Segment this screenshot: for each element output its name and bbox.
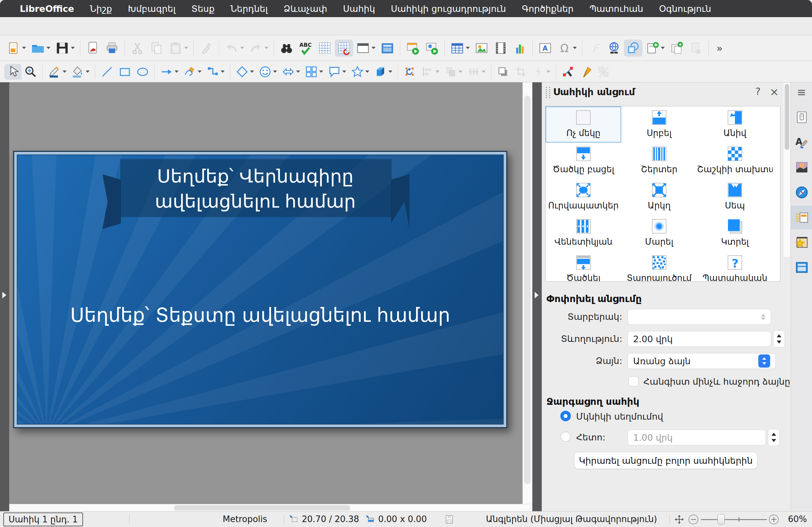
open-folder-button[interactable] <box>29 40 53 57</box>
dropdown-arrow-icon[interactable] <box>661 47 665 49</box>
block-arrows-button[interactable] <box>280 64 302 80</box>
lines-arrows-button[interactable] <box>158 64 180 80</box>
transition-cut-button[interactable]: Կտրել <box>697 215 773 251</box>
menu-edit[interactable]: Խմբագրել <box>120 4 184 14</box>
line-color-button[interactable] <box>46 64 69 80</box>
navigator-tab-button[interactable] <box>791 180 812 204</box>
transition-uncover-button[interactable]: Ծածկը բացել <box>546 143 621 179</box>
draw-functions-button[interactable] <box>624 40 642 57</box>
transition-wipe-button[interactable]: Սրբել <box>621 106 697 143</box>
sidebar-menu-icon[interactable] <box>796 88 807 98</box>
dropdown-arrow-icon[interactable] <box>547 71 550 73</box>
special-character-button[interactable]: Ω <box>555 40 579 57</box>
insert-line-button[interactable] <box>99 64 116 80</box>
insert-textbox-button[interactable]: A <box>536 40 554 57</box>
display-views-button[interactable] <box>354 40 377 57</box>
sidebar-splitter[interactable] <box>532 82 541 511</box>
menu-view[interactable]: Տեսք <box>184 4 222 14</box>
menu-app[interactable]: LibreOffice <box>12 4 82 14</box>
transition-bars-button[interactable]: Շերտեր <box>621 143 697 179</box>
toggle-extrusion-button[interactable] <box>595 64 612 80</box>
copy-button[interactable] <box>147 40 166 57</box>
basic-shapes-button[interactable] <box>234 64 256 80</box>
crop-image-button[interactable] <box>512 64 530 80</box>
shadow-button[interactable] <box>494 64 511 80</box>
master-slides-tab-button[interactable] <box>791 255 812 279</box>
panel-drag-handle-icon[interactable] <box>546 87 550 98</box>
dropdown-arrow-icon[interactable] <box>459 71 463 73</box>
snap-to-grid-button[interactable] <box>335 40 353 57</box>
flowchart-shapes-button[interactable] <box>303 64 325 80</box>
dropdown-arrow-icon[interactable] <box>250 71 254 73</box>
apply-to-all-button[interactable]: Կիրառել անցումը բոլոր սահիկներին <box>574 452 757 469</box>
fill-color-button[interactable] <box>69 64 91 80</box>
insert-table-button[interactable] <box>448 40 472 57</box>
transition-list-scrollbar[interactable] <box>784 83 790 257</box>
distribute-objects-button[interactable] <box>465 64 488 80</box>
animation-tab-button[interactable] <box>791 231 812 254</box>
image-filter-button[interactable] <box>530 64 552 80</box>
transition-cover-button[interactable]: Ծածկել <box>546 251 621 282</box>
save-button[interactable] <box>53 40 77 57</box>
transition-fade-button[interactable]: Մարել <box>621 215 697 251</box>
styles-tab-button[interactable]: A <box>791 130 812 154</box>
dropdown-arrow-icon[interactable] <box>435 71 439 73</box>
dropdown-arrow-icon[interactable] <box>175 71 178 73</box>
3d-objects-button[interactable] <box>372 64 394 80</box>
after-input[interactable]: 1.00 վրկ <box>627 429 766 445</box>
undo-button[interactable] <box>222 40 246 57</box>
transition-checkers-button[interactable]: Շաշկիի տախտակ <box>697 143 773 179</box>
dropdown-arrow-icon[interactable] <box>273 71 277 73</box>
loop-sound-checkbox[interactable] <box>628 376 639 387</box>
menu-slide[interactable]: Սահիկ <box>335 4 383 14</box>
dropdown-arrow-icon[interactable] <box>365 71 369 73</box>
start-first-slide-button[interactable] <box>404 40 422 57</box>
transition-list-scrollbar-thumb[interactable] <box>785 84 789 150</box>
close-panel-icon[interactable]: × <box>770 86 779 98</box>
dropdown-arrow-icon[interactable] <box>198 71 202 73</box>
dropdown-arrow-icon[interactable] <box>296 71 300 73</box>
cut-button[interactable] <box>128 40 147 57</box>
text-language[interactable]: Անգլերեն (Միացյալ Թագավորություն) <box>474 514 669 524</box>
new-document-button[interactable] <box>4 40 28 57</box>
transition-random-button[interactable]: ? Պատահական <box>697 251 773 282</box>
dropdown-arrow-icon[interactable] <box>46 47 50 49</box>
redo-button[interactable] <box>247 40 271 57</box>
horizontal-scrollbar[interactable] <box>9 504 532 512</box>
transition-wedge-button[interactable]: Սեպ <box>697 179 773 215</box>
zoom-slider-thumb[interactable] <box>717 514 725 525</box>
zoom-in-button[interactable]: + <box>769 514 779 524</box>
duplicate-slide-button[interactable] <box>667 40 686 57</box>
zoom-out-button[interactable]: − <box>688 514 698 524</box>
delete-slide-button[interactable] <box>686 40 705 57</box>
dropdown-arrow-icon[interactable] <box>62 71 67 73</box>
menu-help[interactable]: Օգնություն <box>651 4 719 14</box>
edit-points-button[interactable] <box>559 64 577 80</box>
dropdown-arrow-icon[interactable] <box>264 47 269 49</box>
vertical-scrollbar-thumb[interactable] <box>524 96 531 484</box>
duration-spinner[interactable] <box>773 331 785 348</box>
master-slide-button[interactable] <box>378 40 396 57</box>
toolbar-overflow-button[interactable]: » <box>712 40 730 57</box>
dropdown-arrow-icon[interactable] <box>466 47 470 49</box>
print-button[interactable] <box>103 40 121 57</box>
dropdown-arrow-icon[interactable] <box>221 71 224 73</box>
select-button[interactable] <box>4 64 21 80</box>
insert-image-button[interactable] <box>473 40 491 57</box>
fontwork-button[interactable]: F <box>586 40 604 57</box>
dropdown-arrow-icon[interactable] <box>372 47 376 49</box>
new-slide-button[interactable] <box>643 40 667 57</box>
menu-slideshow[interactable]: Սահիկի ցուցադրություն <box>383 4 514 14</box>
symbol-shapes-button[interactable] <box>257 64 279 80</box>
properties-tab-button[interactable] <box>791 105 812 129</box>
dropdown-arrow-icon[interactable] <box>86 71 90 73</box>
dropdown-arrow-icon[interactable] <box>482 71 485 73</box>
dropdown-arrow-icon[interactable] <box>184 47 188 49</box>
duration-input[interactable]: 2.00 վրկ <box>627 331 771 347</box>
menu-format[interactable]: Ձևաչափ <box>276 4 335 14</box>
start-current-slide-button[interactable] <box>423 40 441 57</box>
variant-select[interactable] <box>627 309 771 325</box>
sound-select[interactable]: Առանց ձայն <box>627 353 776 369</box>
find-replace-button[interactable] <box>277 40 296 57</box>
transition-box-button[interactable]: Արկղ <box>621 179 697 215</box>
